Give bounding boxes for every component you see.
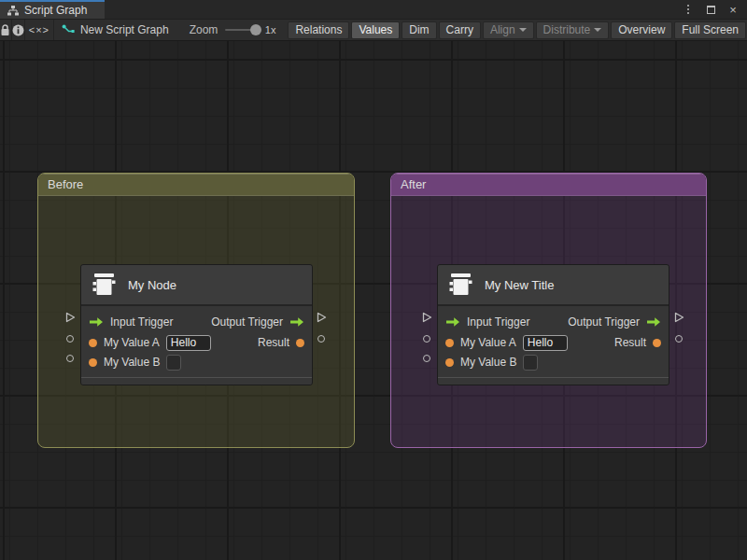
group-label: After	[401, 177, 426, 191]
node-ports: Input Trigger Output Trigger My Value A …	[81, 306, 312, 377]
dim-button[interactable]: Dim	[402, 21, 436, 39]
port-label: Output Trigger	[211, 315, 283, 329]
chevron-down-icon	[594, 28, 601, 32]
trigger-row: Input Trigger Output Trigger	[81, 312, 312, 332]
window-close-icon[interactable]: ×	[726, 3, 740, 16]
port-label: Result	[258, 336, 289, 349]
trigger-port[interactable]	[673, 312, 684, 323]
code-view-button[interactable]: <×>	[25, 20, 54, 40]
node-my-node[interactable]: My Node Input Trigger Output Trigger My …	[80, 264, 313, 385]
values-button[interactable]: Values	[351, 21, 400, 39]
value-a-input[interactable]	[523, 335, 568, 351]
port-label: My Value B	[104, 356, 160, 369]
value-dot-icon[interactable]	[89, 358, 97, 367]
value-port[interactable]	[673, 333, 684, 344]
window-maximize-icon[interactable]	[704, 3, 717, 16]
node-title: My Node	[128, 278, 176, 292]
unit-icon	[91, 272, 119, 298]
port-label: Input Trigger	[110, 315, 173, 329]
sitemap-icon	[7, 6, 19, 16]
align-button[interactable]: Align	[483, 21, 534, 39]
port-label: Output Trigger	[568, 315, 640, 329]
value-row: My Value B	[81, 353, 312, 371]
window-menu-icon[interactable]	[682, 3, 695, 16]
value-row: My Value A Result	[438, 332, 669, 353]
trigger-arrow-icon[interactable]	[289, 316, 304, 328]
group-label: Before	[48, 177, 83, 191]
chevron-down-icon	[519, 28, 527, 32]
port-label: My Value B	[460, 356, 516, 369]
trigger-arrow-icon[interactable]	[646, 316, 661, 328]
value-port[interactable]	[64, 353, 76, 364]
tabbar-spacer: ×	[105, 0, 747, 19]
port-label: My Value A	[104, 336, 160, 349]
value-port[interactable]	[421, 333, 432, 344]
value-port[interactable]	[64, 333, 76, 344]
graph-canvas[interactable]: Before After My Node	[0, 41, 747, 560]
trigger-port[interactable]	[64, 312, 76, 323]
value-row: My Value B	[438, 353, 669, 371]
info-icon	[12, 24, 24, 36]
value-port[interactable]	[421, 353, 432, 364]
node-header[interactable]: My Node	[81, 265, 312, 306]
node-title: My New Title	[485, 278, 554, 292]
node-footer	[438, 377, 669, 385]
relations-button[interactable]: Relations	[288, 21, 349, 39]
value-dot-icon[interactable]	[445, 358, 454, 367]
group-after-header[interactable]: After	[391, 174, 706, 196]
zoom-slider-handle[interactable]	[250, 24, 261, 35]
value-row: My Value A Result	[81, 332, 312, 353]
info-button[interactable]	[12, 20, 25, 40]
tab-title: Script Graph	[24, 4, 87, 17]
node-header[interactable]: My New Title	[438, 265, 669, 306]
carry-button[interactable]: Carry	[439, 21, 481, 39]
overview-button[interactable]: Overview	[611, 21, 672, 39]
value-a-input[interactable]	[166, 335, 211, 351]
value-b-input[interactable]	[523, 355, 538, 371]
trigger-arrow-icon[interactable]	[89, 316, 104, 328]
value-dot-icon[interactable]	[653, 339, 661, 347]
tab-bar: Script Graph ×	[0, 0, 747, 19]
graph-toolbar: <×> New Script Graph Zoom 1x Relations V…	[0, 19, 747, 41]
zoom-slider[interactable]	[225, 29, 259, 31]
port-label: Result	[614, 336, 646, 349]
unit-icon	[447, 272, 475, 298]
trigger-arrow-icon[interactable]	[445, 316, 460, 328]
value-b-input[interactable]	[166, 355, 181, 371]
trigger-row: Input Trigger Output Trigger	[438, 312, 669, 332]
graph-icon	[62, 24, 75, 35]
port-label: My Value A	[460, 336, 516, 349]
code-view-icon: <×>	[29, 24, 49, 35]
graph-name: New Script Graph	[80, 23, 169, 36]
distribute-button[interactable]: Distribute	[536, 21, 610, 39]
port-label: Input Trigger	[467, 315, 529, 329]
node-my-new-title[interactable]: My New Title Input Trigger Output Trigge…	[437, 264, 669, 385]
value-dot-icon[interactable]	[89, 339, 97, 347]
tab-script-graph[interactable]: Script Graph	[0, 0, 105, 19]
zoom-label: Zoom	[190, 23, 218, 36]
lock-button[interactable]	[0, 20, 12, 40]
node-footer	[81, 377, 312, 385]
zoom-value: 1x	[265, 24, 276, 35]
node-ports: Input Trigger Output Trigger My Value A …	[438, 306, 669, 377]
graph-name-area[interactable]: New Script Graph	[54, 23, 176, 36]
full-screen-button[interactable]: Full Screen	[674, 21, 746, 39]
group-before-header[interactable]: Before	[38, 174, 354, 196]
lock-icon	[0, 24, 10, 36]
value-port[interactable]	[316, 333, 327, 344]
trigger-port[interactable]	[421, 312, 432, 323]
trigger-port[interactable]	[316, 312, 327, 323]
value-dot-icon[interactable]	[296, 339, 304, 347]
value-dot-icon[interactable]	[445, 339, 454, 347]
